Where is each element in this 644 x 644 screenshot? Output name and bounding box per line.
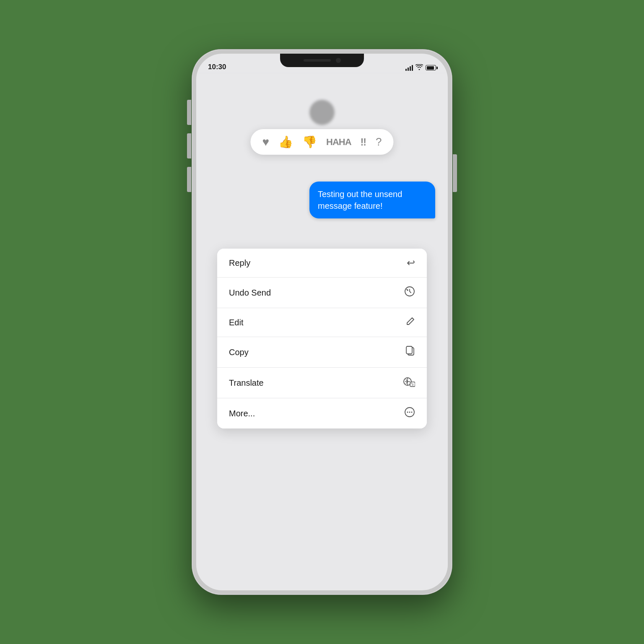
- camera: [336, 58, 341, 63]
- wifi-icon: [415, 64, 423, 71]
- reaction-thumbsup[interactable]: 👍: [278, 135, 293, 149]
- battery-icon: [426, 65, 436, 70]
- speaker: [304, 59, 331, 62]
- reply-icon: ↩: [407, 257, 415, 269]
- more-label: More...: [229, 409, 255, 418]
- reply-label: Reply: [229, 258, 250, 268]
- phone-screen: 10:30: [196, 54, 448, 590]
- svg-point-9: [409, 412, 410, 413]
- menu-item-more[interactable]: More...: [217, 398, 427, 428]
- status-time: 10:30: [208, 63, 226, 71]
- svg-text:A: A: [410, 382, 412, 384]
- menu-item-undo-send[interactable]: Undo Send: [217, 278, 427, 308]
- undo-send-label: Undo Send: [229, 288, 271, 298]
- edit-icon: [406, 317, 415, 328]
- copy-icon: [405, 345, 415, 359]
- reaction-heart[interactable]: ♥: [262, 135, 269, 149]
- status-icons: [405, 64, 436, 71]
- reaction-bar[interactable]: ♥ 👍 👎 HAHA ‼ ?: [250, 129, 393, 155]
- translate-label: Translate: [229, 378, 264, 388]
- notch: [280, 54, 364, 67]
- svg-point-8: [407, 412, 408, 413]
- reaction-emphasis[interactable]: ‼: [361, 136, 367, 148]
- menu-item-reply[interactable]: Reply ↩: [217, 249, 427, 278]
- contact-avatar: [309, 100, 335, 125]
- signal-bars: [405, 65, 413, 71]
- copy-label: Copy: [229, 348, 249, 357]
- reaction-thumbsdown[interactable]: 👎: [302, 135, 317, 149]
- more-icon: [404, 407, 415, 420]
- menu-item-edit[interactable]: Edit: [217, 308, 427, 337]
- svg-point-10: [411, 412, 413, 413]
- svg-rect-2: [406, 346, 412, 354]
- menu-item-copy[interactable]: Copy: [217, 337, 427, 368]
- reaction-question[interactable]: ?: [376, 135, 382, 148]
- message-text: Testing out the unsend message feature!: [318, 190, 402, 210]
- message-bubble: Testing out the unsend message feature!: [309, 182, 435, 218]
- reaction-haha[interactable]: HAHA: [326, 137, 351, 148]
- edit-label: Edit: [229, 318, 243, 327]
- screen-content: ♥ 👍 👎 HAHA ‼ ? Testing out the unsend me…: [196, 75, 448, 590]
- context-menu: Reply ↩ Undo Send Edit: [217, 249, 427, 428]
- translate-icon: 文 A: [403, 376, 415, 390]
- menu-item-translate[interactable]: Translate 文 A: [217, 368, 427, 398]
- phone-frame: 10:30: [192, 49, 452, 595]
- undo-send-icon: [404, 286, 415, 299]
